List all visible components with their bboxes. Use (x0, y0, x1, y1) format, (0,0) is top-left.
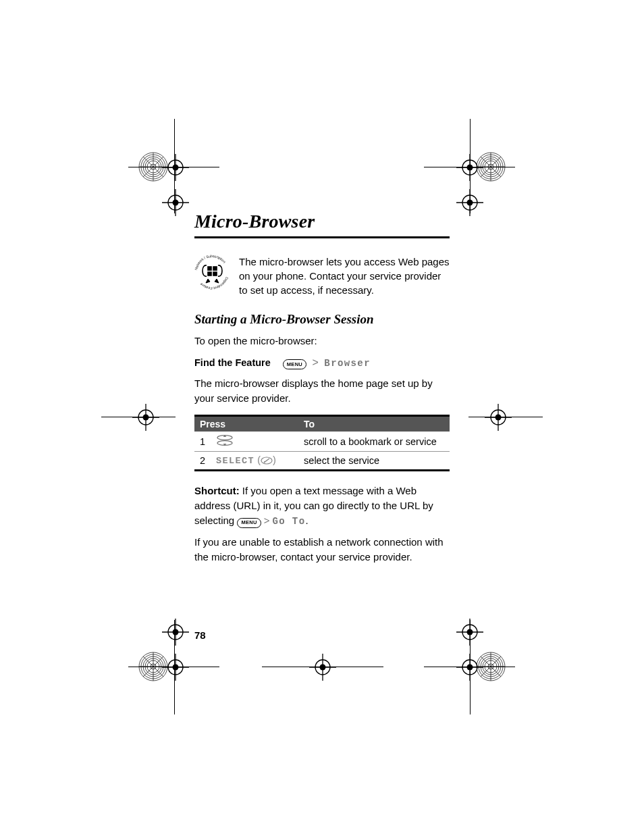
page-number: 78 (194, 629, 206, 641)
table-row: 1 scroll to a bookmark or service (194, 432, 450, 452)
select-label: SELECT (216, 456, 254, 466)
content-column: Micro-Browser Network / Subscription Dep… (194, 211, 450, 565)
section-heading: Starting a Micro-Browser Session (194, 312, 450, 327)
svg-point-31 (173, 200, 179, 206)
softkey-icon (261, 456, 273, 467)
crosshair-icon (162, 619, 189, 646)
page-title: Micro-Browser (194, 211, 450, 232)
press-cell: SELECT ( ) (211, 452, 298, 471)
nav-scroll-icon (216, 434, 234, 448)
menu-key-icon: MENU (283, 359, 306, 369)
crosshair-icon (132, 404, 159, 431)
crosshair-icon (162, 189, 189, 216)
steps-table: Press To 1 (194, 415, 450, 471)
after-path-text: The micro-browser displays the home page… (194, 376, 450, 406)
svg-rect-89 (213, 272, 217, 276)
table-header-row: Press To (194, 416, 450, 432)
col-press: Press (194, 416, 298, 432)
intro-row: Network / Subscription Dependent Feature (194, 255, 450, 297)
svg-point-55 (173, 664, 179, 671)
svg-point-23 (173, 165, 179, 171)
intro-text: The micro-browser lets you access Web pa… (239, 255, 450, 297)
to-cell: scroll to a bookmark or service (298, 432, 450, 452)
rosette-icon (475, 651, 506, 682)
rosette-icon (138, 651, 169, 682)
crosshair-icon (456, 619, 483, 646)
to-cell: select the service (298, 452, 450, 471)
crosshair-icon (456, 154, 483, 181)
find-the-feature-label: Find the Feature (194, 357, 271, 368)
svg-point-96 (264, 461, 265, 463)
svg-point-63 (467, 664, 473, 671)
path-separator: > (313, 357, 319, 368)
network-dependent-feature-icon: Network / Subscription Dependent Feature (194, 255, 230, 290)
svg-rect-86 (208, 267, 211, 270)
crosshair-icon (162, 154, 189, 181)
open-line: To open the micro-browser: (194, 334, 450, 348)
svg-point-51 (467, 629, 473, 635)
svg-point-43 (495, 415, 502, 421)
svg-point-47 (173, 629, 179, 635)
step-number: 2 (194, 452, 211, 471)
path-separator: > (264, 515, 270, 526)
svg-point-39 (143, 415, 149, 421)
crosshair-icon (309, 654, 336, 681)
step-number: 1 (194, 432, 211, 452)
table-row: 2 SELECT ( ) select the service (194, 452, 450, 471)
svg-point-27 (467, 165, 473, 171)
go-to-label: Go To (272, 516, 305, 527)
period: . (305, 515, 308, 526)
svg-rect-88 (208, 272, 211, 276)
svg-point-59 (320, 664, 326, 671)
menu-key-icon: MENU (237, 518, 261, 528)
svg-rect-87 (213, 267, 217, 270)
title-rule (194, 236, 450, 238)
shortcut-paragraph: Shortcut: If you open a text message wit… (194, 484, 450, 528)
manual-page: Micro-Browser Network / Subscription Dep… (0, 0, 644, 834)
shortcut-label: Shortcut: (194, 485, 240, 496)
menu-path: MENU > Browser (283, 357, 371, 369)
crosshair-icon (485, 404, 512, 431)
path-browser-label: Browser (324, 358, 371, 369)
unable-paragraph: If you are unable to establish a network… (194, 535, 450, 565)
crosshair-icon (456, 189, 483, 216)
svg-point-35 (467, 200, 473, 206)
press-cell (211, 432, 298, 452)
find-the-feature-row: Find the Feature MENU > Browser (194, 357, 450, 369)
svg-text:Dependent Feature: Dependent Feature (199, 276, 230, 290)
col-to: To (298, 416, 450, 432)
